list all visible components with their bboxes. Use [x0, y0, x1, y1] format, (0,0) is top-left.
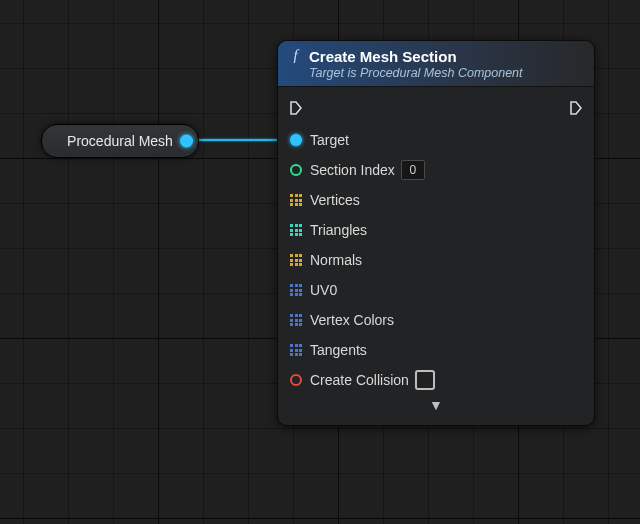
- pin-row-section-index: Section Index 0: [290, 155, 582, 185]
- input-pin-section-index[interactable]: [290, 164, 302, 176]
- input-pin-uv0[interactable]: [290, 284, 302, 296]
- node-procedural-mesh-variable[interactable]: Procedural Mesh: [41, 124, 199, 158]
- input-pin-target[interactable]: [290, 134, 302, 146]
- pin-label-vertices: Vertices: [310, 192, 360, 208]
- pin-row-target: Target: [290, 125, 582, 155]
- input-pin-create-collision[interactable]: [290, 374, 302, 386]
- node-create-mesh-section[interactable]: f Create Mesh Section Target is Procedur…: [277, 40, 595, 426]
- section-index-value-input[interactable]: 0: [401, 160, 425, 180]
- node-title: Create Mesh Section: [309, 48, 457, 65]
- pin-row-tangents: Tangents: [290, 335, 582, 365]
- exec-output-pin[interactable]: [570, 101, 582, 115]
- pin-row-vertex-colors: Vertex Colors: [290, 305, 582, 335]
- input-pin-tangents[interactable]: [290, 344, 302, 356]
- input-pin-triangles[interactable]: [290, 224, 302, 236]
- pin-label-create-collision: Create Collision: [310, 372, 409, 388]
- pin-label-vertex-colors: Vertex Colors: [310, 312, 394, 328]
- pin-label-section-index: Section Index: [310, 162, 395, 178]
- pin-row-create-collision: Create Collision: [290, 365, 582, 395]
- exec-row: [290, 95, 582, 121]
- exec-input-pin[interactable]: [290, 101, 302, 115]
- pin-label-tangents: Tangents: [310, 342, 367, 358]
- node-header[interactable]: f Create Mesh Section Target is Procedur…: [278, 41, 594, 87]
- function-icon: f: [288, 49, 303, 64]
- blueprint-graph-canvas[interactable]: Procedural Mesh f Create Mesh Section Ta…: [0, 0, 640, 524]
- output-pin-procedural-mesh[interactable]: [180, 135, 193, 148]
- wire-procedural-mesh-to-target: [196, 139, 288, 141]
- pin-row-triangles: Triangles: [290, 215, 582, 245]
- input-pin-vertices[interactable]: [290, 194, 302, 206]
- pin-label-uv0: UV0: [310, 282, 337, 298]
- chevron-down-icon: ▼: [429, 397, 443, 413]
- pin-row-normals: Normals: [290, 245, 582, 275]
- pin-label-normals: Normals: [310, 252, 362, 268]
- variable-node-label: Procedural Mesh: [67, 133, 173, 149]
- pin-label-triangles: Triangles: [310, 222, 367, 238]
- pin-row-vertices: Vertices: [290, 185, 582, 215]
- create-collision-checkbox[interactable]: [415, 370, 435, 390]
- input-pin-normals[interactable]: [290, 254, 302, 266]
- node-subtitle: Target is Procedural Mesh Component: [309, 66, 584, 80]
- node-body: Target Section Index 0 Vertices Triangle…: [278, 87, 594, 425]
- pin-row-uv0: UV0: [290, 275, 582, 305]
- input-pin-vertex-colors[interactable]: [290, 314, 302, 326]
- pin-label-target: Target: [310, 132, 349, 148]
- expand-node-toggle[interactable]: ▼: [290, 395, 582, 419]
